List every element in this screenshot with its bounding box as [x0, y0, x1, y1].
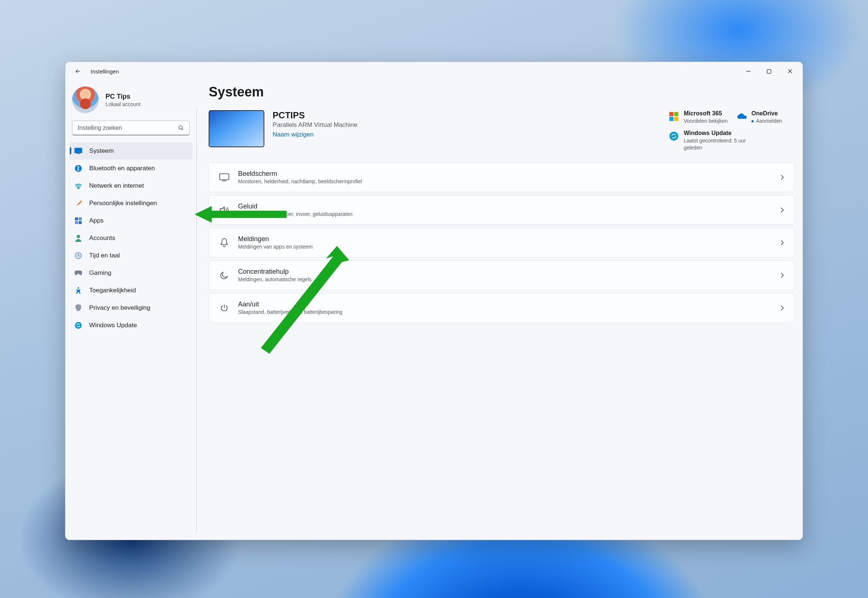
svg-point-15: [77, 235, 80, 238]
update-icon: [668, 131, 679, 142]
svg-rect-11: [75, 217, 78, 220]
shield-icon: [74, 304, 82, 312]
hero-tiles: Microsoft 365 Voordelen bekijken OneDriv…: [668, 110, 795, 151]
svg-rect-12: [79, 217, 82, 220]
gamepad-icon: [74, 269, 82, 277]
profile-account-type: Lokaal account: [105, 101, 140, 107]
svg-point-10: [78, 188, 79, 189]
svg-rect-21: [669, 117, 673, 121]
svg-point-17: [78, 287, 79, 289]
sidebar-item-apps[interactable]: Apps: [69, 212, 193, 229]
sidebar-item-bluetooth[interactable]: Bluetooth en apparaten: [69, 160, 193, 177]
svg-point-18: [75, 321, 82, 328]
card-focus-assist[interactable]: Concentratiehulp Meldingen, automatische…: [208, 260, 794, 290]
sidebar-item-personalization[interactable]: Persoonlijke instellingen: [69, 194, 193, 212]
tile-sub: Aanmelden: [751, 118, 782, 125]
pc-thumbnail: [208, 110, 264, 147]
maximize-button[interactable]: [759, 64, 780, 79]
minimize-button[interactable]: [738, 64, 759, 79]
sidebar-item-label: Persoonlijke instellingen: [89, 200, 157, 207]
window-controls: [738, 64, 801, 79]
sidebar-item-label: Windows Update: [89, 321, 137, 329]
search-input[interactable]: [78, 125, 178, 131]
clock-icon: [74, 251, 82, 260]
close-button[interactable]: [780, 64, 801, 79]
sidebar-item-label: Gaming: [89, 269, 111, 277]
svg-rect-14: [79, 221, 82, 224]
search-icon: [178, 125, 184, 131]
page-title: Systeem: [208, 84, 794, 100]
profile-name: PC Tips: [105, 93, 140, 100]
hero: PCTIPS Parallels ARM Virtual Machine Naa…: [208, 110, 794, 151]
pc-model: Parallels ARM Virtual Machine: [273, 121, 668, 129]
brush-icon: [74, 199, 82, 207]
sidebar-item-accessibility[interactable]: Toegankelijkheid: [69, 281, 193, 299]
sidebar-item-label: Accounts: [89, 235, 115, 242]
bell-icon: [216, 238, 232, 247]
settings-window: Instellingen PC Tips Lokaal account: [65, 61, 803, 540]
tile-title: Microsoft 365: [684, 110, 728, 117]
pc-name: PCTIPS: [273, 110, 668, 121]
accessibility-icon: [74, 286, 82, 295]
svg-point-9: [75, 165, 82, 171]
sidebar-item-accounts[interactable]: Accounts: [69, 229, 193, 247]
sound-icon: [216, 206, 232, 214]
sidebar-item-system[interactable]: Systeem: [69, 142, 193, 160]
power-icon: [216, 303, 232, 312]
bluetooth-icon: [74, 164, 82, 172]
svg-line-5: [182, 129, 183, 130]
sidebar-item-gaming[interactable]: Gaming: [69, 264, 193, 281]
settings-cards: Beeldscherm Monitoren, helderheid, nacht…: [208, 163, 794, 323]
content: Systeem PCTIPS Parallels ARM Virtual Mac…: [197, 81, 802, 540]
card-power[interactable]: Aan/uit Slaapstand, batterijverbruik, ba…: [208, 293, 794, 323]
sidebar-item-label: Tijd en taal: [89, 252, 120, 259]
svg-rect-1: [768, 69, 771, 73]
nav: Systeem Bluetooth en apparaten Netwerk e…: [65, 140, 196, 336]
apps-icon: [74, 217, 82, 225]
profile-block[interactable]: PC Tips Lokaal account: [65, 83, 196, 121]
card-title: Beeldscherm: [238, 170, 777, 178]
sidebar-item-update[interactable]: Windows Update: [69, 317, 193, 334]
sidebar-item-privacy[interactable]: Privacy en beveiliging: [69, 299, 193, 317]
svg-point-4: [179, 126, 182, 129]
person-icon: [74, 234, 82, 242]
chevron-right-icon: [778, 174, 787, 180]
titlebar: Instellingen: [65, 62, 802, 81]
wifi-icon: [74, 182, 82, 190]
card-title: Geluid: [238, 203, 777, 210]
svg-point-23: [669, 132, 678, 141]
tile-sub: Laatst gecontroleerd: 5 uur geleden: [684, 137, 754, 151]
svg-rect-22: [674, 117, 678, 121]
card-sub: Volume niveaus, uitvoer, invoer, geluids…: [238, 211, 777, 217]
tile-windows-update[interactable]: Windows Update Laatst gecontroleerd: 5 u…: [668, 130, 754, 151]
card-notifications[interactable]: Meldingen Meldingen van apps en systeem: [208, 228, 794, 257]
microsoft-icon: [668, 111, 679, 122]
svg-rect-20: [674, 112, 678, 116]
tile-title: OneDrive: [751, 110, 782, 117]
svg-rect-6: [75, 148, 82, 153]
tile-microsoft-365[interactable]: Microsoft 365 Voordelen bekijken: [668, 110, 728, 125]
back-button[interactable]: [70, 64, 85, 79]
tile-onedrive[interactable]: OneDrive Aanmelden: [736, 110, 782, 125]
svg-rect-19: [669, 112, 673, 116]
card-display[interactable]: Beeldscherm Monitoren, helderheid, nacht…: [208, 163, 794, 192]
search-box[interactable]: [72, 121, 190, 135]
card-title: Meldingen: [238, 235, 777, 243]
card-sound[interactable]: Geluid Volume niveaus, uitvoer, invoer, …: [208, 195, 794, 225]
system-icon: [74, 147, 82, 155]
sidebar-item-network[interactable]: Netwerk en internet: [69, 177, 193, 194]
sidebar-item-label: Bluetooth en apparaten: [89, 165, 155, 172]
rename-link[interactable]: Naam wijzigen: [273, 131, 668, 138]
card-sub: Meldingen, automatische regels: [238, 277, 777, 282]
sidebar: PC Tips Lokaal account Systeem: [65, 81, 196, 540]
svg-rect-24: [220, 173, 229, 179]
sidebar-item-label: Systeem: [89, 147, 114, 155]
svg-rect-8: [77, 153, 80, 154]
card-title: Concentratiehulp: [238, 268, 777, 276]
chevron-right-icon: [778, 272, 787, 278]
sidebar-item-label: Netwerk en internet: [89, 182, 144, 190]
sidebar-item-time[interactable]: Tijd en taal: [69, 247, 193, 264]
svg-rect-13: [75, 221, 78, 224]
sidebar-item-label: Privacy en beveiliging: [89, 304, 150, 312]
card-sub: Monitoren, helderheid, nachtlamp, beelds…: [238, 178, 777, 184]
